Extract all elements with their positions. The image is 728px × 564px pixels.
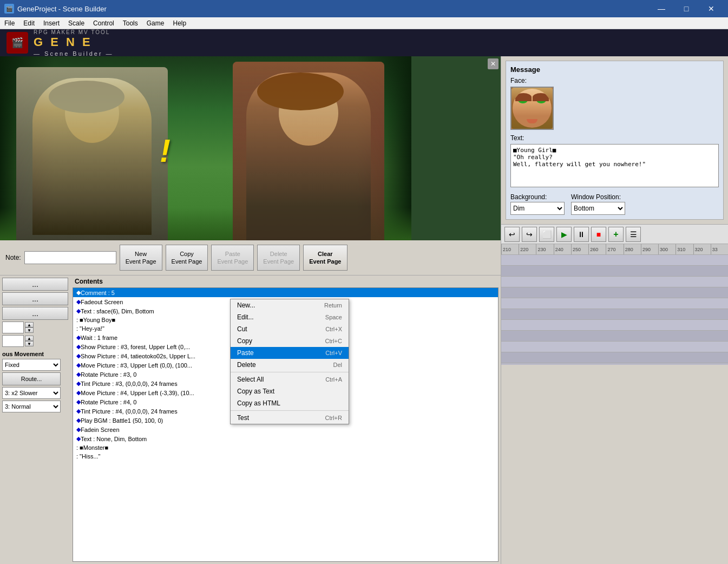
context-menu-shortcut: Ctrl+R bbox=[325, 415, 342, 421]
timeline-view-button[interactable]: ⬜ bbox=[539, 227, 554, 242]
ruler-tick: 280 bbox=[624, 244, 641, 254]
context-menu-item-label: Copy bbox=[237, 337, 252, 345]
context-menu-item[interactable]: Copy as Text bbox=[231, 385, 349, 397]
spinner-up-2[interactable]: ▲ bbox=[25, 336, 34, 341]
window-position-label: Window Position: bbox=[571, 193, 625, 201]
context-menu-item[interactable]: TestCtrl+R bbox=[231, 412, 349, 424]
context-menu-item[interactable]: New...Return bbox=[231, 299, 349, 311]
list-item[interactable]: : "Hiss..." bbox=[73, 452, 498, 461]
context-menu-item-label: Cut bbox=[237, 325, 247, 333]
context-menu-shortcut: Del bbox=[333, 362, 342, 368]
list-item[interactable]: ◆Fadein Screen bbox=[73, 425, 498, 434]
context-menu-item[interactable]: PasteCtrl+V bbox=[231, 347, 349, 359]
note-input[interactable] bbox=[24, 251, 116, 264]
ruler-tick: 260 bbox=[588, 244, 606, 254]
message-panel: Message Face: Text: Backg bbox=[506, 61, 724, 220]
maximize-button[interactable]: □ bbox=[674, 0, 699, 17]
menu-item-scale[interactable]: Scale bbox=[64, 17, 89, 29]
event-toolbar: Note: NewEvent Page CopyEvent Page Paste… bbox=[0, 240, 501, 276]
message-text[interactable] bbox=[510, 144, 719, 187]
titlebar: 🎬 GeneProject - Scene Builder — □ ✕ bbox=[0, 0, 728, 17]
context-menu-item[interactable]: DeleteDel bbox=[231, 359, 349, 371]
logo-text: RPG MAKER MV TOOL G E N E — Scene Builde… bbox=[34, 29, 114, 57]
context-menu-shortcut: Space bbox=[325, 314, 342, 320]
exclamation-mark: ! bbox=[160, 132, 170, 169]
delete-event-page-button[interactable]: DeleteEvent Page bbox=[257, 245, 300, 271]
movement-label: ous Movement bbox=[2, 351, 68, 357]
menu-item-help[interactable]: Help bbox=[168, 17, 191, 29]
timeline-content bbox=[501, 255, 728, 365]
dots-button-3[interactable]: ... bbox=[2, 307, 68, 320]
dots-button-1[interactable]: ... bbox=[2, 278, 68, 291]
spinner-buttons: ▲ ▼ bbox=[25, 322, 34, 333]
canvas-close-button[interactable]: ✕ bbox=[488, 58, 499, 69]
redo-button[interactable]: ↪ bbox=[522, 227, 537, 242]
message-options-row: Background: Dim Transparent Normal Windo… bbox=[510, 193, 719, 215]
title-text: GeneProject - Scene Builder bbox=[17, 5, 107, 13]
face-image[interactable] bbox=[510, 87, 554, 130]
menu-item-control[interactable]: Control bbox=[89, 17, 119, 29]
list-item[interactable]: ◆Comment : 5 bbox=[73, 288, 498, 297]
spinner-down-2[interactable]: ▼ bbox=[25, 341, 34, 346]
add-button[interactable]: + bbox=[608, 227, 624, 242]
context-menu-shortcut: Return bbox=[324, 302, 342, 309]
new-event-page-button[interactable]: NewEvent Page bbox=[120, 245, 162, 271]
pause-button[interactable]: ⏸ bbox=[574, 227, 589, 242]
menu-item-edit[interactable]: Edit bbox=[19, 17, 39, 29]
context-menu-item-label: Select All bbox=[237, 376, 264, 383]
content-list[interactable]: ◆Comment : 5◆Fadeout Screen◆Text : sface… bbox=[73, 287, 499, 562]
stop-button[interactable]: ■ bbox=[591, 227, 606, 242]
menu-item-game[interactable]: Game bbox=[142, 17, 169, 29]
left-panel: ! ✕ Note: NewEvent Page CopyEvent Page P… bbox=[0, 56, 501, 564]
freq-select[interactable]: 3: Normal bbox=[2, 401, 61, 412]
menu-item-tools[interactable]: Tools bbox=[119, 17, 142, 29]
menu-button[interactable]: ☰ bbox=[626, 227, 641, 242]
clear-event-page-button[interactable]: ClearEvent Page bbox=[303, 245, 347, 271]
spinner-input[interactable] bbox=[2, 322, 24, 333]
app-subtitle: — Scene Builder — bbox=[34, 50, 114, 57]
window-position-field: Window Position: Top Middle Bottom bbox=[571, 193, 625, 215]
route-button[interactable]: Route... bbox=[2, 372, 61, 385]
ruler-tick: 230 bbox=[536, 244, 553, 254]
timeline-toolbar: ↩ ↪ ⬜ ▶ ⏸ ■ + ☰ bbox=[501, 225, 728, 244]
play-button[interactable]: ▶ bbox=[556, 227, 572, 242]
window-position-select[interactable]: Top Middle Bottom bbox=[571, 202, 625, 215]
list-item[interactable]: ◆Text : None, Dim, Bottom bbox=[73, 434, 498, 443]
context-menu-item[interactable]: Copy as HTML bbox=[231, 397, 349, 409]
app-icon: 🎬 bbox=[4, 4, 14, 14]
context-menu-item-label: Copy as HTML bbox=[237, 399, 280, 407]
copy-event-page-button[interactable]: CopyEvent Page bbox=[166, 245, 208, 271]
timeline-ruler: 21022023024025026027028029030031032033 bbox=[501, 244, 728, 255]
context-menu-shortcut: Ctrl+X bbox=[325, 326, 342, 332]
spinner-down[interactable]: ▼ bbox=[25, 327, 34, 333]
message-title: Message bbox=[510, 65, 719, 74]
context-menu-item[interactable]: CutCtrl+X bbox=[231, 323, 349, 335]
spinner-input-2[interactable] bbox=[2, 335, 24, 347]
close-button[interactable]: ✕ bbox=[699, 0, 724, 17]
ruler-tick: 240 bbox=[554, 244, 571, 254]
spinner-up[interactable]: ▲ bbox=[25, 322, 34, 327]
undo-button[interactable]: ↩ bbox=[504, 227, 520, 242]
context-menu-item[interactable]: Edit...Space bbox=[231, 311, 349, 323]
menu-item-file[interactable]: File bbox=[0, 17, 19, 29]
ruler-tick: 270 bbox=[606, 244, 623, 254]
minimize-button[interactable]: — bbox=[649, 0, 674, 17]
spinner-row-2: ▲ ▼ bbox=[2, 335, 68, 347]
background-field: Background: Dim Transparent Normal bbox=[510, 193, 565, 215]
movement-type-select[interactable]: Fixed Random Approach Custom bbox=[2, 359, 61, 371]
menu-item-insert[interactable]: Insert bbox=[39, 17, 64, 29]
ruler-tick: 290 bbox=[641, 244, 658, 254]
paste-event-page-button[interactable]: PasteEvent Page bbox=[211, 245, 254, 271]
menubar: FileEditInsertScaleControlToolsGameHelp bbox=[0, 17, 728, 29]
context-menu-shortcut: Ctrl+V bbox=[325, 350, 342, 356]
background-select[interactable]: Dim Transparent Normal bbox=[510, 202, 565, 215]
context-menu-item[interactable]: CopyCtrl+C bbox=[231, 335, 349, 347]
ruler-tick: 310 bbox=[675, 244, 693, 254]
ruler-tick: 210 bbox=[501, 244, 519, 254]
context-menu-shortcut: Ctrl+C bbox=[325, 338, 342, 344]
context-menu-item[interactable]: Select AllCtrl+A bbox=[231, 373, 349, 385]
dots-button-2[interactable]: ... bbox=[2, 292, 68, 305]
list-item[interactable]: : ■Monster■ bbox=[73, 443, 498, 452]
ruler-tick: 300 bbox=[658, 244, 675, 254]
speed-select[interactable]: 3: x2 Slower bbox=[2, 387, 61, 399]
